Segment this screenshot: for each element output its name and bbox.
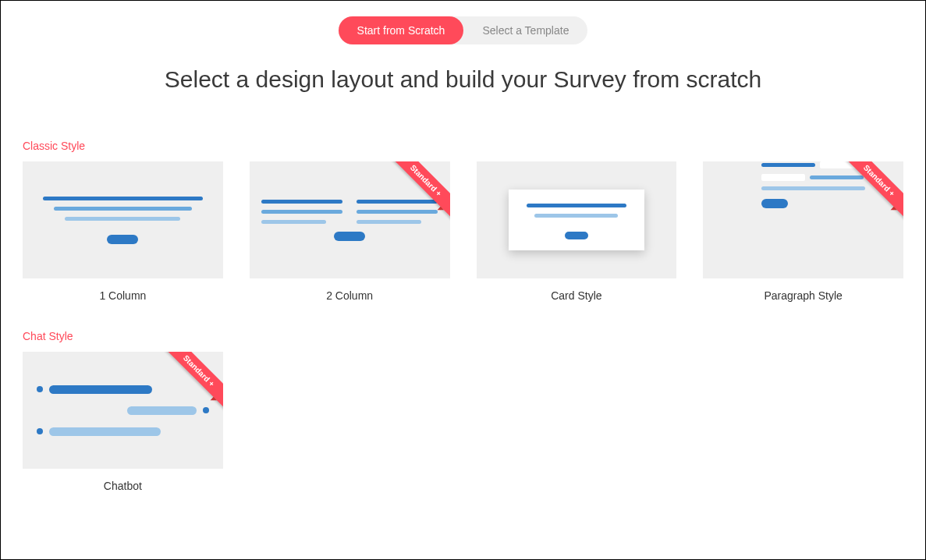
- page-title: Select a design layout and build your Su…: [23, 66, 903, 93]
- layout-option-2-column[interactable]: Standard + 2 Column: [250, 161, 450, 302]
- tab-select-template[interactable]: Select a Template: [463, 16, 587, 44]
- layout-option-1-column[interactable]: 1 Column: [23, 161, 223, 302]
- layout-preview: Standard +: [703, 161, 903, 278]
- section-label-classic: Classic Style: [23, 140, 903, 152]
- chat-style-grid: Standard + Chatbot: [23, 352, 903, 492]
- layout-preview: [23, 161, 223, 278]
- layout-title: 1 Column: [23, 289, 223, 302]
- layout-title: 2 Column: [250, 289, 450, 302]
- layout-preview: [477, 161, 677, 278]
- section-label-chat: Chat Style: [23, 330, 903, 342]
- layout-option-paragraph-style[interactable]: Standard + Paragraph Style: [703, 161, 903, 302]
- tab-switcher: Start from Scratch Select a Template: [23, 16, 903, 44]
- layout-preview: Standard +: [23, 352, 223, 469]
- layout-preview: Standard +: [250, 161, 450, 278]
- tab-start-from-scratch[interactable]: Start from Scratch: [339, 16, 464, 44]
- layout-title: Chatbot: [23, 480, 223, 492]
- layout-title: Paragraph Style: [703, 289, 903, 302]
- layout-title: Card Style: [477, 289, 677, 302]
- layout-option-card-style[interactable]: Card Style: [477, 161, 677, 302]
- layout-option-chatbot[interactable]: Standard + Chatbot: [23, 352, 223, 492]
- classic-style-grid: 1 Column Standard +: [23, 161, 903, 302]
